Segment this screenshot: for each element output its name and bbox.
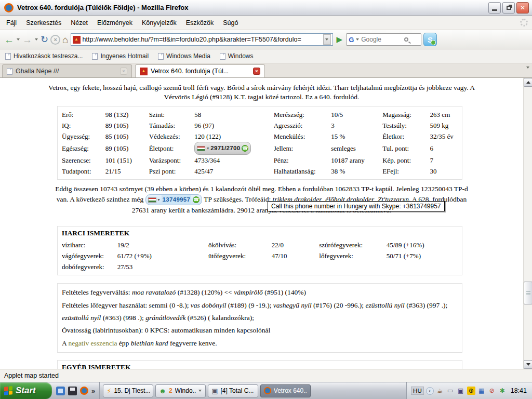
bookmark-item[interactable]: Windows <box>220 52 254 60</box>
language-indicator[interactable]: HU <box>411 387 424 395</box>
forward-dropdown-icon[interactable] <box>35 38 38 41</box>
close-button[interactable]: ✕ <box>516 2 529 14</box>
stop-button[interactable]: × <box>50 35 60 45</box>
tab-list-dropdown-icon[interactable] <box>526 66 529 69</box>
restore-button[interactable] <box>502 2 515 14</box>
stat-row: Ügyesség:85 (105)Védekezés:120 (122)Mene… <box>62 131 458 142</box>
phone-icon[interactable]: ☎ <box>242 145 248 152</box>
stat-row: vágófegyverek:61/72 (+9%)ütőfegyverek:47… <box>62 250 458 261</box>
skype-number[interactable]: 13749957 <box>162 195 192 204</box>
skype-toolbar-icon[interactable]: S <box>423 33 437 46</box>
go-button[interactable]: ▶ <box>335 35 344 44</box>
throbber-icon <box>520 19 528 26</box>
blocked-user-icon[interactable]: ⊘ <box>488 387 496 395</box>
start-button[interactable]: Start <box>0 382 52 399</box>
page-icon <box>92 53 98 60</box>
stat-label: vágófegyverek: <box>62 250 117 261</box>
java-icon[interactable]: ☕ <box>436 387 444 395</box>
hungary-flag-icon <box>148 197 156 203</box>
tab-close-icon[interactable]: × <box>253 68 260 75</box>
stat-row: Egészség:89 (105)Életpont:▾2971/2700☎Jel… <box>62 142 458 155</box>
forward-button[interactable]: → <box>22 35 32 45</box>
google-logo-icon: G <box>349 36 354 44</box>
window-titlebar: Vetrox 640. fordulója (Túlélők Földje) -… <box>0 0 532 16</box>
stat-label: Magasság: <box>382 109 430 120</box>
url-bar[interactable]: ▲ <box>71 33 333 46</box>
vertical-scrollbar[interactable] <box>523 78 532 369</box>
window-tray-icon[interactable]: ▭ <box>446 387 455 395</box>
dropdown-icon: ▾ <box>207 143 209 154</box>
stat-label: ökölvívás: <box>208 240 272 250</box>
search-bar[interactable]: G <box>346 33 421 46</box>
back-button[interactable]: ← <box>4 35 14 45</box>
stat-value: 96 (97) <box>194 120 273 131</box>
stat-label: Erő: <box>62 109 105 120</box>
conditional-settings-box: Feltételes fegyverváltás: moa ravatalozó… <box>57 283 462 352</box>
task-label: [4] Total C... <box>221 387 254 394</box>
skype-number-highlight[interactable]: ▾13749957☎ <box>145 194 203 205</box>
phone-icon[interactable]: ☎ <box>193 196 200 203</box>
combat-skills-box: HARCI ISMERETEK víziharc:19/2ökölvívás:2… <box>57 226 462 275</box>
back-dropdown-icon[interactable] <box>17 38 20 41</box>
network-icon[interactable]: ▦ <box>477 387 486 395</box>
stat-label: Kép. pont: <box>382 155 430 166</box>
tab-close-icon[interactable]: × <box>120 68 127 75</box>
search-input[interactable] <box>361 36 403 43</box>
essence-line: A negatív esszencia épp biethlan kard fe… <box>62 337 458 350</box>
task-label: Windo... <box>175 387 196 394</box>
menu-help[interactable]: Súgó <box>218 17 243 29</box>
menu-edit[interactable]: Szerkesztés <box>21 17 66 29</box>
menu-bookmarks[interactable]: Könyvjelzők <box>137 17 181 29</box>
floppy-icon[interactable] <box>68 387 77 395</box>
minimize-button[interactable] <box>488 2 501 14</box>
url-history-dropdown[interactable] <box>323 34 331 45</box>
text-segment: vashegyű nyíl <box>273 301 312 309</box>
total-commander-icon: ▣ <box>211 388 218 394</box>
menu-history[interactable]: Előzmények <box>92 17 137 29</box>
stat-value: 45/89 (+16%) <box>387 240 458 250</box>
tab-vetrox-fordulo[interactable]: ▲ Vetrox 640. fordulója (Túl... × <box>135 64 265 77</box>
task-messenger-group[interactable]: ☻2Windo... <box>155 384 206 397</box>
reload-button[interactable]: ↻ <box>41 35 48 44</box>
stat-label: IQ: <box>62 120 105 131</box>
tray-misc-icon[interactable]: ✱ <box>498 387 507 395</box>
quicklaunch-overflow-icon[interactable]: » <box>91 387 95 395</box>
stat-value: 30 <box>430 166 458 177</box>
search-engine-dropdown-icon[interactable] <box>356 38 359 41</box>
firefox-icon[interactable] <box>80 387 88 395</box>
beholder-favicon: ▲ <box>73 36 81 44</box>
task-total-commander[interactable]: ▣[4] Total C... <box>208 384 258 397</box>
bookmark-item[interactable]: Hivatkozások testresza... <box>5 52 83 60</box>
stats-table: Erő:98 (132)Szint:58Merészség:10/5Magass… <box>62 109 458 177</box>
beholder-favicon: ▲ <box>140 68 148 75</box>
tray-collapse-icon[interactable]: ‹ <box>426 387 434 395</box>
stat-label: Pénz: <box>274 155 331 166</box>
text-segment: épp <box>117 339 130 347</box>
scroll-down-icon[interactable] <box>524 360 532 369</box>
menu-view[interactable]: Nézet <box>66 17 92 29</box>
scrollbar-thumb[interactable] <box>524 282 532 304</box>
bookmark-item[interactable]: Ingyenes Hotmail <box>92 52 149 60</box>
menu-file[interactable]: Fájl <box>4 17 21 29</box>
url-input[interactable] <box>83 36 321 43</box>
task-winamp[interactable]: ⚡15. Dj Tiest... <box>103 384 153 397</box>
stat-value[interactable]: ▾2971/2700☎ <box>194 142 273 155</box>
skype-number[interactable]: 2971/2700 <box>210 143 240 154</box>
page-icon <box>220 53 225 60</box>
tab-bar: Ghalla Népe /// × ▲ Vetrox 640. fordulój… <box>0 63 532 78</box>
stat-label: Szerencse: <box>62 155 105 166</box>
tab-ghalla-nepe[interactable]: Ghalla Népe /// × <box>2 64 132 77</box>
disk-tray-icon[interactable]: ▣ <box>457 387 465 395</box>
search-icon[interactable] <box>404 37 408 42</box>
text-segment: (#176) (20 -996.); <box>312 301 366 309</box>
text-segment: Feltételes fegyverváltás: <box>62 288 132 296</box>
skype-number-highlight[interactable]: ▾2971/2700☎ <box>194 142 251 155</box>
globe-icon[interactable]: ⊕ <box>467 387 475 395</box>
bookmark-item[interactable]: Windows Media <box>158 52 210 60</box>
task-firefox-vetrox[interactable]: Vetrox 640... <box>260 384 311 397</box>
group-dropdown-icon[interactable] <box>198 390 202 392</box>
menu-tools[interactable]: Eszközök <box>181 17 219 29</box>
scroll-up-icon[interactable] <box>524 78 532 87</box>
home-button[interactable]: ⌂ <box>62 35 68 45</box>
show-desktop-icon[interactable] <box>56 387 65 395</box>
